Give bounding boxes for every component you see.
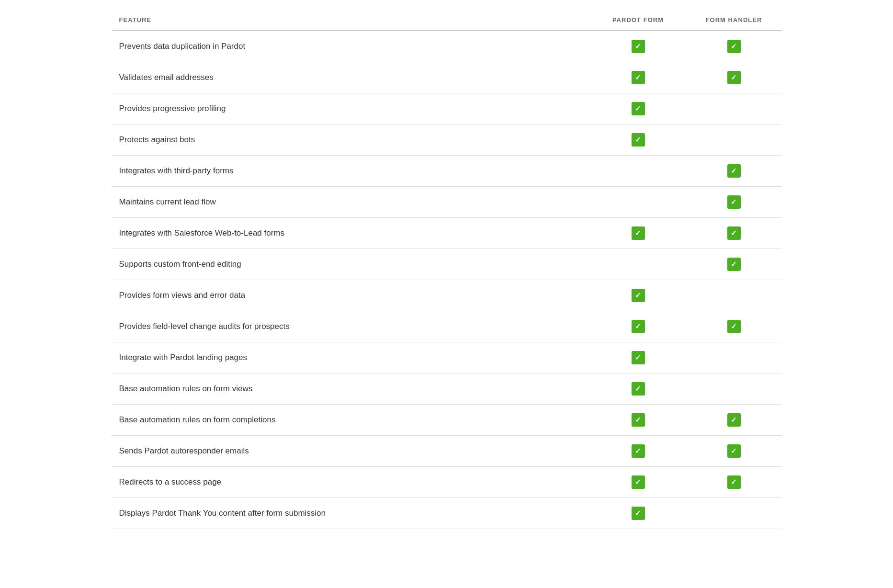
check-icon bbox=[632, 102, 645, 115]
table-row: Base automation rules on form views bbox=[112, 373, 782, 405]
pardot-form-cell bbox=[590, 342, 686, 373]
feature-label: Integrates with Salesforce Web-to-Lead f… bbox=[119, 228, 285, 237]
table-row: Protects against bots bbox=[112, 124, 782, 156]
check-icon bbox=[727, 413, 741, 427]
check-icon bbox=[632, 289, 645, 302]
form-handler-cell bbox=[686, 249, 782, 280]
comparison-table: FEATURE PARDOT FORM FORM HANDLER Prevent… bbox=[112, 10, 782, 529]
form-handler-cell bbox=[686, 342, 782, 373]
check-icon bbox=[727, 258, 741, 271]
check-icon bbox=[727, 164, 741, 178]
pardot-form-cell bbox=[590, 156, 686, 187]
pardot-form-cell bbox=[590, 218, 686, 249]
feature-cell: Integrates with Salesforce Web-to-Lead f… bbox=[112, 218, 590, 249]
check-icon bbox=[632, 507, 645, 520]
pardot-form-cell bbox=[590, 124, 686, 156]
form-handler-cell bbox=[686, 93, 782, 124]
feature-label: Provides form views and error data bbox=[119, 291, 246, 300]
check-icon bbox=[632, 71, 645, 84]
feature-cell: Supports custom front-end editing bbox=[112, 249, 590, 280]
column-header-pardot-form: PARDOT FORM bbox=[590, 10, 686, 31]
pardot-form-cell bbox=[590, 31, 686, 62]
table-row: Validates email addresses bbox=[112, 62, 782, 93]
check-icon bbox=[727, 320, 741, 333]
form-handler-cell bbox=[686, 187, 782, 218]
feature-cell: Protects against bots bbox=[112, 124, 590, 156]
table-row: Maintains current lead flow bbox=[112, 187, 782, 218]
feature-cell: Redirects to a success page bbox=[112, 467, 590, 498]
feature-label: Protects against bots bbox=[119, 135, 195, 144]
check-icon bbox=[727, 226, 741, 240]
column-header-form-handler: FORM HANDLER bbox=[686, 10, 782, 31]
pardot-form-cell bbox=[590, 249, 686, 280]
form-handler-cell bbox=[686, 156, 782, 187]
feature-label: Integrate with Pardot landing pages bbox=[119, 353, 247, 362]
check-icon bbox=[632, 475, 645, 489]
pardot-form-cell bbox=[590, 405, 686, 436]
feature-cell: Integrates with third-party forms bbox=[112, 156, 590, 187]
feature-label: Displays Pardot Thank You content after … bbox=[119, 509, 326, 518]
feature-cell: Base automation rules on form views bbox=[112, 373, 590, 405]
feature-label: Validates email addresses bbox=[119, 73, 214, 82]
feature-label: Base automation rules on form views bbox=[119, 384, 253, 393]
check-icon bbox=[727, 40, 741, 53]
form-handler-cell bbox=[686, 280, 782, 311]
form-handler-cell bbox=[686, 436, 782, 467]
check-icon bbox=[632, 40, 645, 53]
feature-cell: Maintains current lead flow bbox=[112, 187, 590, 218]
feature-label: Maintains current lead flow bbox=[119, 197, 216, 206]
feature-cell: Base automation rules on form completion… bbox=[112, 405, 590, 436]
table-header-row: FEATURE PARDOT FORM FORM HANDLER bbox=[112, 10, 782, 31]
table-row: Provides field-level change audits for p… bbox=[112, 311, 782, 342]
table-row: Provides form views and error data bbox=[112, 280, 782, 311]
feature-label: Provides progressive profiling bbox=[119, 104, 226, 113]
feature-cell: Displays Pardot Thank You content after … bbox=[112, 498, 590, 529]
feature-cell: Validates email addresses bbox=[112, 62, 590, 93]
column-header-feature: FEATURE bbox=[112, 10, 590, 31]
table-row: Integrates with Salesforce Web-to-Lead f… bbox=[112, 218, 782, 249]
check-icon bbox=[632, 444, 645, 458]
table-row: Integrates with third-party forms bbox=[112, 156, 782, 187]
table-row: Provides progressive profiling bbox=[112, 93, 782, 124]
feature-label: Supports custom front-end editing bbox=[119, 260, 241, 269]
table-row: Redirects to a success page bbox=[112, 467, 782, 498]
pardot-form-cell bbox=[590, 498, 686, 529]
table-row: Displays Pardot Thank You content after … bbox=[112, 498, 782, 529]
feature-label: Base automation rules on form completion… bbox=[119, 415, 276, 424]
check-icon bbox=[727, 71, 741, 84]
pardot-form-cell bbox=[590, 373, 686, 405]
form-handler-cell bbox=[686, 218, 782, 249]
feature-cell: Sends Pardot autoresponder emails bbox=[112, 436, 590, 467]
pardot-form-cell bbox=[590, 436, 686, 467]
feature-label: Sends Pardot autoresponder emails bbox=[119, 446, 249, 455]
form-handler-cell bbox=[686, 467, 782, 498]
pardot-form-cell bbox=[590, 311, 686, 342]
comparison-table-container: FEATURE PARDOT FORM FORM HANDLER Prevent… bbox=[112, 10, 782, 529]
table-row: Sends Pardot autoresponder emails bbox=[112, 436, 782, 467]
feature-cell: Integrate with Pardot landing pages bbox=[112, 342, 590, 373]
check-icon bbox=[632, 413, 645, 427]
form-handler-cell bbox=[686, 498, 782, 529]
check-icon bbox=[632, 320, 645, 333]
form-handler-cell bbox=[686, 405, 782, 436]
table-row: Prevents data duplication in Pardot bbox=[112, 31, 782, 62]
pardot-form-cell bbox=[590, 93, 686, 124]
feature-cell: Provides form views and error data bbox=[112, 280, 590, 311]
pardot-form-cell bbox=[590, 187, 686, 218]
feature-cell: Provides field-level change audits for p… bbox=[112, 311, 590, 342]
form-handler-cell bbox=[686, 31, 782, 62]
form-handler-cell bbox=[686, 311, 782, 342]
form-handler-cell bbox=[686, 62, 782, 93]
table-row: Base automation rules on form completion… bbox=[112, 405, 782, 436]
table-row: Integrate with Pardot landing pages bbox=[112, 342, 782, 373]
check-icon bbox=[632, 382, 645, 396]
feature-label: Integrates with third-party forms bbox=[119, 166, 234, 175]
check-icon bbox=[632, 133, 645, 147]
pardot-form-cell bbox=[590, 62, 686, 93]
form-handler-cell bbox=[686, 124, 782, 156]
check-icon bbox=[727, 444, 741, 458]
check-icon bbox=[632, 351, 645, 364]
feature-label: Redirects to a success page bbox=[119, 477, 222, 486]
table-body: Prevents data duplication in PardotValid… bbox=[112, 31, 782, 529]
feature-cell: Prevents data duplication in Pardot bbox=[112, 31, 590, 62]
